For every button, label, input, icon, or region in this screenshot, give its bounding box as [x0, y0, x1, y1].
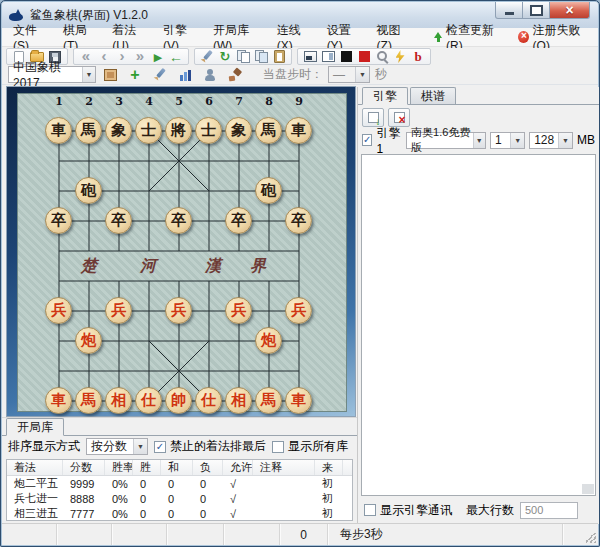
copy-image-button[interactable] — [252, 49, 270, 64]
piece-red-9-7[interactable]: 兵 — [285, 297, 312, 324]
piece-red-7-7[interactable]: 兵 — [225, 297, 252, 324]
piece-red-5-7[interactable]: 兵 — [165, 297, 192, 324]
table-row-1[interactable]: 炮二平五99990%000√初 — [7, 476, 352, 491]
table-row-2[interactable]: 兵七进一88880%000√初 — [7, 491, 352, 506]
piece-red-7-10[interactable]: 相 — [225, 387, 252, 414]
minimize-button[interactable] — [495, 2, 523, 19]
column-header[interactable]: 和 — [161, 460, 193, 475]
piece-red-3-7[interactable]: 兵 — [105, 297, 132, 324]
piece-black-2-1[interactable]: 馬 — [75, 117, 102, 144]
step-time-select[interactable]: — — [328, 66, 370, 83]
piece-black-5-4[interactable]: 卒 — [165, 207, 192, 234]
piece-red-2-10[interactable]: 馬 — [75, 387, 102, 414]
flash-button[interactable] — [391, 49, 409, 64]
skin-select[interactable]: 中国象棋2017 — [8, 66, 96, 83]
column-header[interactable]: 允许 — [223, 460, 253, 475]
play-button[interactable] — [149, 49, 167, 64]
column-header[interactable]: 负 — [193, 460, 223, 475]
tab-opening-book[interactable]: 开局库 — [6, 418, 64, 436]
engine-output-area[interactable] — [361, 154, 596, 496]
piece-black-8-1[interactable]: 馬 — [255, 117, 282, 144]
engine-name-select[interactable]: 南奥1.6免费版 — [406, 132, 486, 149]
column-header[interactable]: 胜 — [133, 460, 161, 475]
piece-red-6-10[interactable]: 仕 — [195, 387, 222, 414]
show-engine-comm-checkbox[interactable]: 显示引擎通讯 — [364, 502, 452, 519]
copy-image-icon — [255, 50, 268, 63]
column-header[interactable]: 着法 — [7, 460, 63, 475]
piece-red-2-8[interactable]: 炮 — [75, 327, 102, 354]
engine-name-value: 南奥1.6免费版 — [411, 125, 473, 155]
piece-black-7-1[interactable]: 象 — [225, 117, 252, 144]
sort-mode-select[interactable]: 按分数 — [86, 438, 148, 455]
piece-black-3-4[interactable]: 卒 — [105, 207, 132, 234]
add-green-button[interactable] — [126, 67, 144, 82]
copy-fen-button[interactable] — [234, 49, 252, 64]
refresh-button[interactable] — [216, 49, 234, 64]
piece-black-8-3[interactable]: 砲 — [255, 177, 282, 204]
piece-black-4-1[interactable]: 士 — [135, 117, 162, 144]
piece-black-5-1[interactable]: 將 — [165, 117, 192, 144]
maximize-button[interactable] — [523, 2, 550, 19]
piece-black-3-1[interactable]: 象 — [105, 117, 132, 144]
piece-red-4-10[interactable]: 仕 — [135, 387, 162, 414]
table-cell: 0 — [193, 478, 223, 490]
piece-black-1-1[interactable]: 車 — [45, 117, 72, 144]
add-engine-button[interactable] — [362, 108, 384, 127]
table-row-3[interactable]: 相三进五77770%000√初 — [7, 506, 352, 521]
takeback-button[interactable] — [167, 49, 185, 64]
edit-position-button[interactable] — [198, 49, 216, 64]
piece-red-3-10[interactable]: 相 — [105, 387, 132, 414]
piece-red-1-10[interactable]: 車 — [45, 387, 72, 414]
prev-move-button[interactable] — [95, 49, 113, 64]
opening-book-table[interactable]: 着法分数胜率胜和负允许注释来 炮二平五99990%000√初兵七进一88880%… — [6, 459, 353, 521]
edit-pencil-button[interactable] — [151, 67, 169, 82]
column-number-2: 2 — [79, 95, 99, 108]
piece-black-9-4[interactable]: 卒 — [285, 207, 312, 234]
column-header[interactable]: 胜率 — [105, 460, 133, 475]
panel-toggle-bottom-icon — [304, 51, 317, 62]
scrollbar-corner[interactable] — [582, 484, 594, 494]
tab-notation[interactable]: 棋谱 — [410, 87, 456, 104]
tab-engine[interactable]: 引擎 — [362, 87, 408, 105]
show-all-books-checkbox[interactable]: 显示所有库 — [272, 438, 348, 455]
edit-position-icon — [201, 51, 213, 63]
piece-black-7-4[interactable]: 卒 — [225, 207, 252, 234]
resize-grip[interactable] — [586, 533, 596, 543]
engine-threads-select[interactable]: 1 — [490, 132, 525, 149]
red-square-button[interactable] — [355, 49, 373, 64]
brush-button[interactable] — [226, 67, 244, 82]
piece-black-2-3[interactable]: 砲 — [75, 177, 102, 204]
piece-black-6-1[interactable]: 士 — [195, 117, 222, 144]
player-button[interactable] — [201, 67, 219, 82]
zoom-button[interactable] — [373, 49, 391, 64]
last-move-button[interactable] — [131, 49, 149, 64]
piece-red-9-10[interactable]: 車 — [285, 387, 312, 414]
column-header[interactable]: 来 — [315, 460, 343, 475]
piece-red-8-8[interactable]: 炮 — [255, 327, 282, 354]
opening-b-button[interactable] — [409, 49, 427, 64]
panel-toggle-right-button[interactable] — [319, 49, 337, 64]
table-cell: 0 — [161, 478, 193, 490]
paste-button[interactable] — [270, 49, 288, 64]
panel-toggle-bottom-button[interactable] — [301, 49, 319, 64]
piece-red-5-10[interactable]: 帥 — [165, 387, 192, 414]
stats-chart-button[interactable] — [176, 67, 194, 82]
black-square-button[interactable] — [337, 49, 355, 64]
close-button[interactable] — [550, 2, 590, 19]
column-header[interactable]: 分数 — [63, 460, 105, 475]
board-skin-icon — [104, 69, 117, 81]
board-skin-button[interactable] — [101, 67, 119, 82]
piece-black-1-4[interactable]: 卒 — [45, 207, 72, 234]
board-toolbar: 中国象棋2017 当盘步时： — 秒 — [2, 65, 598, 85]
engine-hash-select[interactable]: 128 — [529, 132, 573, 149]
remove-engine-button[interactable] — [388, 108, 410, 127]
max-rows-input[interactable] — [520, 502, 578, 519]
piece-red-8-10[interactable]: 馬 — [255, 387, 282, 414]
xiangqi-board[interactable]: 123456789楚河漢界車馬象士將士象馬車砲砲卒卒卒卒卒兵兵兵兵兵炮炮車馬相仕… — [7, 87, 355, 416]
piece-red-1-7[interactable]: 兵 — [45, 297, 72, 324]
piece-black-9-1[interactable]: 車 — [285, 117, 312, 144]
next-move-button[interactable] — [113, 49, 131, 64]
banned-moves-last-checkbox[interactable]: 禁止的着法排最后 — [154, 438, 266, 455]
column-header[interactable]: 注释 — [253, 460, 315, 475]
engine1-checkbox[interactable]: 引擎1 — [362, 125, 402, 156]
